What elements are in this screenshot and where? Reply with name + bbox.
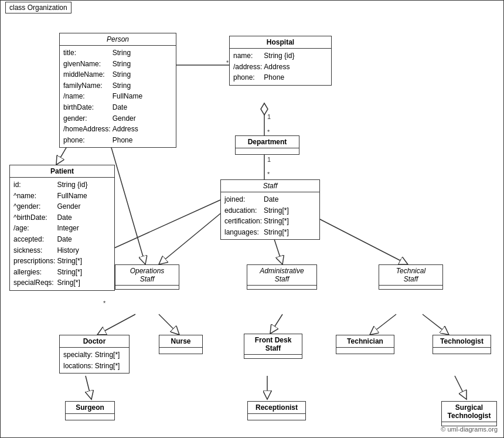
diagram-container: class Organization [0, 0, 504, 438]
class-technical-staff-body [379, 286, 442, 289]
mult-dept-staff-1: 1 [267, 156, 271, 163]
copyright: © uml-diagrams.org [441, 426, 498, 433]
svg-line-9 [97, 314, 135, 335]
mult-dept-staff-star: * [267, 171, 270, 178]
class-patient: Patient id:String {id} ^name:FullName ^g… [9, 165, 115, 291]
class-nurse-body [159, 348, 202, 354]
class-technologist-title: Technologist [433, 335, 491, 348]
class-surgeon-title: Surgeon [66, 402, 114, 414]
class-receptionist-body [248, 414, 305, 420]
class-technologist-body [433, 348, 491, 354]
svg-line-11 [270, 314, 282, 334]
class-nurse-title: Nurse [159, 335, 202, 348]
class-technician-title: Technician [336, 335, 394, 348]
svg-line-13 [423, 314, 449, 335]
class-receptionist: Receptionist [247, 401, 306, 420]
class-hospital-body: name:String {id} /address:Address phone:… [230, 49, 331, 85]
class-staff-title: Staff [221, 180, 319, 192]
class-operations-staff-body [115, 286, 179, 289]
class-technical-staff-title: Technical Staff [379, 265, 442, 286]
class-technician-body [336, 348, 394, 354]
mult-person-hospital-hospital: * [226, 59, 229, 66]
class-person-body: title:String givenName:String middleName… [60, 46, 176, 147]
class-department-body [236, 148, 299, 154]
class-surgical-technologist: Surgical Technologist [441, 401, 497, 426]
class-doctor-title: Doctor [60, 335, 129, 348]
diagram-title: class Organization [5, 2, 71, 13]
class-staff: Staff joined:Date education:String[*] ce… [220, 179, 320, 240]
class-operations-staff-title: Operations Staff [115, 265, 179, 286]
svg-line-12 [370, 314, 396, 335]
class-technical-staff: Technical Staff [379, 264, 443, 290]
class-hospital: Hospital name:String {id} /address:Addre… [229, 36, 332, 86]
class-doctor: Doctor specialty:String[*] locations:Str… [59, 335, 130, 374]
class-department-title: Department [236, 136, 299, 148]
mult-hospital-dept-1: 1 [267, 113, 271, 120]
class-administrative-staff: Administrative Staff [247, 264, 317, 290]
class-front-desk-staff: Front Desk Staff [244, 334, 302, 359]
class-administrative-staff-title: Administrative Staff [247, 265, 316, 286]
class-patient-body: id:String {id} ^name:FullName ^gender:Ge… [10, 178, 114, 290]
class-surgeon: Surgeon [65, 401, 115, 420]
svg-line-16 [455, 376, 466, 399]
class-technologist: Technologist [433, 335, 491, 354]
class-patient-title: Patient [10, 165, 114, 178]
mult-ops-star: * [103, 300, 105, 307]
class-person: Person title:String givenName:String mid… [59, 33, 176, 148]
class-nurse: Nurse [159, 335, 203, 354]
class-hospital-title: Hospital [230, 36, 331, 49]
class-department: Department [235, 135, 299, 155]
class-surgical-technologist-title: Surgical Technologist [442, 402, 496, 422]
class-person-title: Person [60, 33, 176, 46]
svg-line-6 [159, 209, 226, 264]
mult-hospital-dept-star: * [267, 128, 270, 135]
class-surgeon-body [66, 414, 114, 420]
class-technician: Technician [336, 335, 394, 354]
class-receptionist-title: Receptionist [248, 402, 305, 414]
svg-line-14 [86, 376, 91, 399]
class-operations-staff: Operations Staff [115, 264, 179, 290]
class-doctor-body: specialty:String[*] locations:String[*] [60, 348, 129, 373]
class-administrative-staff-body [247, 286, 316, 289]
class-staff-body: joined:Date education:String[*] certific… [221, 192, 319, 239]
class-front-desk-staff-body [244, 355, 302, 358]
svg-line-10 [159, 314, 179, 335]
class-front-desk-staff-title: Front Desk Staff [244, 334, 302, 355]
